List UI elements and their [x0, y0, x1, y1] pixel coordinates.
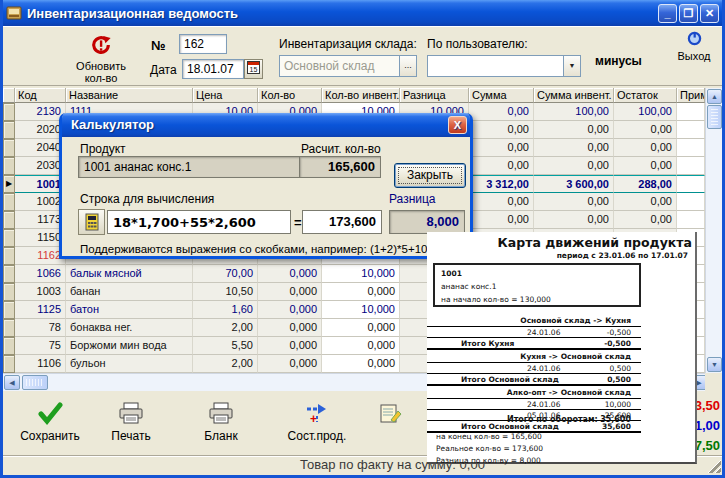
cell-price[interactable]: 2,00 [193, 319, 258, 337]
column-header-sum_inv[interactable]: Сумма инвент. [534, 88, 614, 103]
cell-qty_inv[interactable]: 0,000 [322, 355, 400, 373]
cell-name[interactable]: батон [66, 301, 193, 319]
cell-note[interactable] [677, 139, 705, 157]
cell-note[interactable] [677, 175, 705, 193]
cell-sum[interactable]: 0,00 [469, 121, 534, 139]
cell-name[interactable]: бонаква нег. [66, 319, 193, 337]
cell-note[interactable] [677, 103, 705, 121]
scroll-left-button[interactable]: ◀ [4, 375, 20, 390]
vertical-scrollbar[interactable]: ▲ ▼ [705, 88, 722, 373]
row-selector[interactable] [3, 265, 15, 283]
blank-button[interactable]: Бланк [191, 399, 251, 443]
cell-sum_inv[interactable]: 0,00 [534, 193, 614, 211]
column-header-qty[interactable]: Кол-во [258, 88, 322, 103]
cell-qty_inv[interactable]: 10,000 [322, 265, 400, 283]
calculator-title-bar[interactable]: Калькулятор X [62, 113, 470, 137]
cell-note[interactable] [677, 193, 705, 211]
cell-sum_inv[interactable]: 0,00 [534, 121, 614, 139]
cell-note[interactable] [677, 211, 705, 229]
user-combo[interactable]: ▼ [427, 55, 581, 77]
cell-qty[interactable]: 0,000 [258, 301, 322, 319]
expression-input[interactable] [107, 210, 291, 234]
cell-price[interactable]: 70,00 [193, 265, 258, 283]
row-selector[interactable] [3, 193, 15, 211]
column-header-price[interactable]: Цена [193, 88, 258, 103]
row-selector[interactable] [3, 229, 15, 247]
cell-sum_inv[interactable]: 100,00 [534, 103, 614, 121]
row-selector[interactable] [3, 247, 15, 265]
column-header-rest[interactable]: Остаток [614, 88, 677, 103]
maximize-button[interactable]: ❐ [679, 4, 698, 23]
cell-rest[interactable]: 0,00 [614, 139, 677, 157]
minimize-button[interactable]: _ [658, 4, 677, 23]
user-dropdown-button[interactable]: ▼ [563, 56, 580, 76]
column-header-qty_inv[interactable]: Кол-во инвент. [322, 88, 400, 103]
cell-qty[interactable]: 0,000 [258, 337, 322, 355]
vertical-scroll-thumb[interactable] [707, 105, 722, 129]
number-input[interactable] [179, 34, 227, 54]
cell-rest[interactable]: 0,00 [614, 157, 677, 175]
row-selector[interactable] [3, 157, 15, 175]
calculator-close-button[interactable]: X [448, 116, 467, 134]
cell-code[interactable]: 78 [15, 319, 66, 337]
cell-qty[interactable]: 0,000 [258, 265, 322, 283]
row-selector[interactable] [3, 139, 15, 157]
cell-sum[interactable]: 0,00 [469, 103, 534, 121]
cell-qty_inv[interactable]: 10,000 [322, 301, 400, 319]
resize-grip[interactable] [707, 459, 721, 473]
cell-qty[interactable]: 0,000 [258, 283, 322, 301]
row-selector[interactable] [3, 337, 15, 355]
cell-sum_inv[interactable]: 0,00 [534, 157, 614, 175]
cell-rest[interactable]: 100,00 [614, 103, 677, 121]
column-header-code[interactable]: Код [15, 88, 66, 103]
column-header-sum[interactable]: Сумма [469, 88, 534, 103]
cell-sum[interactable]: 0,00 [469, 193, 534, 211]
print-button[interactable]: Печать [101, 399, 161, 443]
warehouse-combo[interactable]: Основной склад ... [279, 55, 417, 77]
cell-qty_inv[interactable]: 0,000 [322, 337, 400, 355]
cell-rest[interactable]: 0,00 [614, 211, 677, 229]
row-selector[interactable] [3, 211, 15, 229]
cell-sum[interactable]: 3 312,00 [469, 175, 534, 193]
close-dialog-button[interactable]: Закрыть [394, 163, 466, 188]
column-header-name[interactable]: Название [66, 88, 193, 103]
column-header-note[interactable]: Прим [677, 88, 705, 103]
cell-note[interactable] [677, 121, 705, 139]
cell-code[interactable]: 1003 [15, 283, 66, 301]
notepad-button[interactable] [373, 399, 407, 429]
cell-rest[interactable]: 0,00 [614, 193, 677, 211]
movement-report[interactable]: Карта движений продукта период с 23.01.0… [427, 232, 697, 464]
column-header-diff[interactable]: Разница [400, 88, 469, 103]
cell-price[interactable]: 10,50 [193, 283, 258, 301]
exit-button[interactable]: Выход [671, 31, 717, 62]
refresh-quantity-button[interactable]: Обновить кол-во [65, 34, 137, 84]
cell-rest[interactable]: 288,00 [614, 175, 677, 193]
row-selector[interactable] [3, 121, 15, 139]
cell-code[interactable]: 1066 [15, 265, 66, 283]
cell-name[interactable]: Боржоми мин вода [66, 337, 193, 355]
product-state-add-button[interactable]: + Сост.прод. [283, 399, 351, 443]
cell-qty_inv[interactable]: 0,000 [322, 319, 400, 337]
cell-sum[interactable]: 0,00 [469, 211, 534, 229]
close-button[interactable]: ✕ [700, 4, 719, 23]
save-button[interactable]: Сохранить [13, 399, 87, 443]
cell-name[interactable]: банан [66, 283, 193, 301]
horizontal-scroll-thumb[interactable] [22, 375, 48, 390]
row-selector[interactable] [3, 283, 15, 301]
calculator-insert-button[interactable] [78, 209, 105, 235]
calendar-button[interactable]: 15 [244, 59, 263, 79]
cell-qty[interactable]: 0,000 [258, 319, 322, 337]
warehouse-browse-button[interactable]: ... [399, 56, 416, 76]
cell-code[interactable]: 1125 [15, 301, 66, 319]
title-bar[interactable]: Инвентаризационная ведомость _ ❐ ✕ [0, 0, 725, 26]
cell-sum_inv[interactable]: 3 600,00 [534, 175, 614, 193]
scroll-up-button[interactable]: ▲ [707, 89, 722, 104]
cell-qty_inv[interactable]: 0,000 [322, 283, 400, 301]
cell-price[interactable]: 5,50 [193, 337, 258, 355]
cell-name[interactable]: бульон [66, 355, 193, 373]
cell-code[interactable]: 1106 [15, 355, 66, 373]
row-selector[interactable] [3, 319, 15, 337]
cell-code[interactable]: 75 [15, 337, 66, 355]
row-selector[interactable] [3, 301, 15, 319]
date-input[interactable] [182, 59, 244, 79]
